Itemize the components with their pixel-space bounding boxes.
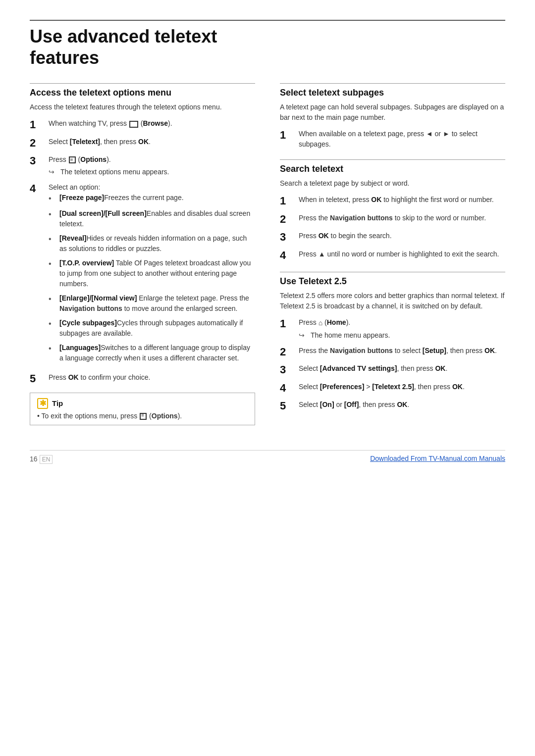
- teletext25-step-1: 1 Press ⌂ (Home). ↪ The home menu appear…: [280, 317, 505, 341]
- section-title-access: Access the teletext options menu: [30, 88, 255, 98]
- list-item: • [Dual screen]/[Full screen]Enables and…: [49, 208, 255, 229]
- arrow-result: ↪ The home menu appears.: [299, 330, 505, 341]
- teletext25-step-2: 2 Press the Navigation buttons to select…: [280, 346, 505, 358]
- tip-icon: ✱: [37, 398, 48, 409]
- footer: 16 EN Downloaded From TV-Manual.com Manu…: [30, 450, 505, 463]
- list-item: • [T.O.P. overview] Table Of Pages telet…: [49, 258, 255, 289]
- browse-icon: [129, 121, 138, 128]
- right-column: Select teletext subpages A teletext page…: [280, 83, 505, 435]
- search-step-2: 2 Press the Navigation buttons to skip t…: [280, 213, 505, 226]
- search-step-4: 4 Press ▲ until no word or number is hig…: [280, 249, 505, 262]
- tip-box: ✱ Tip • To exit the options menu, press …: [30, 393, 255, 425]
- section-intro-teletext25: Teletext 2.5 offers more colors and bett…: [280, 291, 505, 311]
- section-subpages: Select teletext subpages A teletext page…: [280, 83, 505, 150]
- tip-header: ✱ Tip: [37, 398, 248, 409]
- search-step-1: 1 When in teletext, press OK to highligh…: [280, 195, 505, 207]
- section-title-subpages: Select teletext subpages: [280, 88, 505, 98]
- left-column: Access the teletext options menu Access …: [30, 83, 255, 435]
- list-item: • [Reveal]Hides or reveals hidden inform…: [49, 233, 255, 254]
- footer-page-lang: 16 EN: [30, 454, 53, 463]
- two-column-layout: Access the teletext options menu Access …: [30, 83, 505, 435]
- step-1: 1 When watching TV, press (Browse).: [30, 118, 255, 131]
- list-item: • [Enlarge]/[Normal view] Enlarge the te…: [49, 293, 255, 314]
- section-intro-search: Search a teletext page by subject or wor…: [280, 178, 505, 189]
- section-search: Search teletext Search a teletext page b…: [280, 159, 505, 262]
- options-icon: [69, 156, 76, 163]
- step-3: 3 Press (Options). ↪ The teletext option…: [30, 154, 255, 177]
- subpages-step-1: 1 When available on a teletext page, pre…: [280, 129, 505, 150]
- list-item: • [Cycle subpages]Cycles through subpage…: [49, 318, 255, 339]
- page-title: Use advanced teletext features: [30, 26, 505, 68]
- section-teletext25: Use Teletext 2.5 Teletext 2.5 offers mor…: [280, 272, 505, 412]
- section-rule: [30, 83, 255, 84]
- section-intro-subpages: A teletext page can hold several subpage…: [280, 102, 505, 123]
- tip-content: • To exit the options menu, press (Optio…: [37, 412, 248, 420]
- list-item: • [Freeze page]Freezes the current page.: [49, 193, 255, 204]
- section-title-teletext25: Use Teletext 2.5: [280, 276, 505, 287]
- search-step-3: 3 Press OK to begin the search.: [280, 231, 505, 244]
- page: Use advanced teletext features Access th…: [30, 20, 505, 463]
- section-intro-access: Access the teletext features through the…: [30, 102, 255, 112]
- arrow-result: ↪ The teletext options menu appears.: [49, 167, 255, 177]
- teletext25-step-4: 4 Select [Preferences] > [Teletext 2.5],…: [280, 382, 505, 395]
- teletext25-step-3: 3 Select [Advanced TV settings], then pr…: [280, 363, 505, 376]
- top-rule: [30, 20, 505, 21]
- section-title-search: Search teletext: [280, 164, 505, 174]
- footer-link[interactable]: Downloaded From TV-Manual.com Manuals: [370, 454, 505, 462]
- section-access-options: Access the teletext options menu Access …: [30, 83, 255, 425]
- section-rule: [280, 159, 505, 160]
- step-2: 2 Select [Teletext], then press OK.: [30, 137, 255, 150]
- section-rule: [280, 83, 505, 84]
- options-list: • [Freeze page]Freezes the current page.…: [49, 193, 255, 363]
- teletext25-step-5: 5 Select [On] or [Off], then press OK.: [280, 400, 505, 412]
- step-4: 4 Select an option: • [Freeze page]Freez…: [30, 182, 255, 367]
- section-rule: [280, 272, 505, 272]
- list-item: • [Languages]Switches to a different lan…: [49, 343, 255, 363]
- home-icon: ⌂: [319, 318, 322, 328]
- step-5: 5 Press OK to confirm your choice.: [30, 372, 255, 385]
- options-icon-tip: [140, 413, 147, 420]
